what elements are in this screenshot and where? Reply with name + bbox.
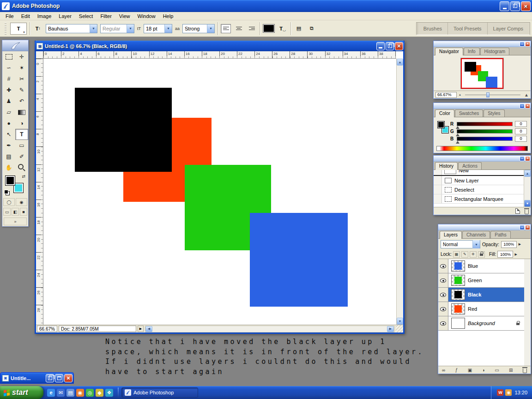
palette-tab[interactable]: Navigator xyxy=(435,48,463,55)
lock-transparency-icon[interactable]: ▦ xyxy=(453,251,460,258)
scroll-down-icon[interactable]: ▼ xyxy=(524,200,531,207)
fill-field[interactable]: 100% xyxy=(497,251,513,258)
history-source-cell[interactable] xyxy=(434,194,442,203)
vertical-scrollbar[interactable]: ▲ ▼ xyxy=(396,59,403,325)
minimize-button[interactable] xyxy=(500,1,509,11)
mini-maximize-button[interactable] xyxy=(55,374,63,382)
doc-minimize-button[interactable] xyxy=(376,42,385,50)
eyedropper-tool[interactable]: ✐ xyxy=(15,151,28,162)
quick-mask-mode-button[interactable]: ◉ xyxy=(16,198,27,206)
adjustment-layer-icon[interactable]: ◑ xyxy=(482,368,485,373)
default-colors-icon[interactable] xyxy=(4,190,10,195)
add-mask-icon[interactable]: ▣ xyxy=(468,368,472,373)
text-orientation-icon[interactable]: T↕ xyxy=(33,24,43,34)
blur-tool[interactable]: ● xyxy=(2,118,15,129)
font-size-select[interactable]: 18 pt ▼ xyxy=(144,24,172,33)
history-scrollbar[interactable]: ▲ ▼ xyxy=(524,170,531,207)
slice-tool[interactable]: ✂ xyxy=(15,73,28,85)
options-grip[interactable] xyxy=(5,23,6,35)
history-source-cell[interactable] xyxy=(434,170,442,175)
layer-row[interactable]: Blue xyxy=(438,259,524,273)
palette-tab[interactable]: Paths xyxy=(490,231,511,238)
menu-item[interactable]: Select xyxy=(75,12,97,20)
resize-grip[interactable] xyxy=(396,325,403,332)
internet-explorer-icon[interactable]: e xyxy=(47,389,55,397)
fill-popup-icon[interactable]: ▶ xyxy=(514,253,517,256)
magic-wand-tool[interactable]: ✶ xyxy=(15,62,28,73)
canvas[interactable] xyxy=(43,59,396,325)
fullscreen-icon[interactable]: ■ xyxy=(20,208,27,216)
mini-restore-button[interactable] xyxy=(46,374,54,382)
zoom-out-icon[interactable]: ▲ xyxy=(459,93,461,96)
opacity-popup-icon[interactable]: ▶ xyxy=(519,242,521,246)
palette-close-icon[interactable]: × xyxy=(525,42,530,47)
rectangular-marquee-tool[interactable] xyxy=(2,51,15,62)
msn-messenger-icon[interactable]: ◎ xyxy=(86,389,94,397)
scroll-right-icon[interactable]: ▶ xyxy=(387,326,394,332)
fullscreen-menubar-icon[interactable]: ◧ xyxy=(12,208,19,216)
layer-thumbnail[interactable] xyxy=(451,318,465,329)
palette-minimize-icon[interactable]: – xyxy=(520,156,525,161)
notes-tool[interactable]: ▤ xyxy=(2,151,15,162)
document-titlebar[interactable]: ▣ Untitled-1 @ 66.7% (Black, RGB/8) × xyxy=(35,41,405,51)
layer-style-icon[interactable]: ƒ xyxy=(455,368,458,373)
healing-brush-tool[interactable]: ✚ xyxy=(2,85,15,96)
link-layers-icon[interactable]: ∞ xyxy=(442,368,445,373)
history-step-row[interactable]: Deselect xyxy=(434,185,524,194)
menu-item[interactable]: View xyxy=(115,12,134,20)
palette-close-icon[interactable]: × xyxy=(525,225,530,230)
brush-tool[interactable]: ✎ xyxy=(15,85,28,96)
volume-tray-icon[interactable]: ◉ xyxy=(505,389,512,396)
edit-in-imageready-button[interactable]: » xyxy=(4,218,27,225)
delete-state-icon[interactable] xyxy=(525,210,529,214)
menu-item[interactable]: Edit xyxy=(18,12,34,20)
layer-row[interactable]: Red xyxy=(438,302,524,316)
dodge-tool[interactable]: ◑ xyxy=(15,118,28,129)
opacity-field[interactable]: 100% xyxy=(501,241,517,248)
dock-tab[interactable]: Brushes xyxy=(417,23,447,35)
layer-thumbnail[interactable] xyxy=(451,303,465,314)
color-channel-ramp[interactable] xyxy=(457,129,513,133)
file-browser-icon[interactable]: ⧉ xyxy=(307,24,317,34)
navigator-zoom-slider[interactable] xyxy=(465,95,520,95)
scroll-up-icon[interactable]: ▲ xyxy=(397,59,403,66)
layer-visibility-toggle[interactable] xyxy=(438,316,448,330)
palette-tab[interactable]: Styles xyxy=(484,109,504,117)
align-center-button[interactable] xyxy=(234,24,244,33)
scroll-left-icon[interactable]: ◀ xyxy=(145,326,152,332)
navigator-thumbnail[interactable] xyxy=(460,58,504,89)
dock-tab[interactable]: Tool Presets xyxy=(447,23,487,35)
blend-mode-select[interactable]: Normal ▼ xyxy=(441,240,480,248)
channel-value-field[interactable]: 0 xyxy=(515,121,527,127)
palette-tab[interactable]: Info xyxy=(464,48,480,55)
layers-titlebar[interactable]: – × xyxy=(438,224,531,230)
lock-position-icon[interactable]: ✛ xyxy=(470,251,477,258)
layer-thumbnail[interactable] xyxy=(451,275,465,286)
doc-restore-button[interactable] xyxy=(386,42,394,50)
layer-visibility-toggle[interactable] xyxy=(438,259,448,273)
history-step-row[interactable]: New Layer xyxy=(434,176,524,185)
palette-tab[interactable]: Actions xyxy=(458,162,482,169)
menu-item[interactable]: Window xyxy=(134,12,159,20)
slider-thumb-icon[interactable] xyxy=(456,133,459,136)
layer-visibility-toggle[interactable] xyxy=(438,273,448,287)
anti-alias-select[interactable]: Strong ▼ xyxy=(182,24,215,33)
swap-colors-icon[interactable]: ⇄ xyxy=(22,174,25,179)
toolbox-header[interactable] xyxy=(2,40,28,51)
new-document-from-state-icon[interactable] xyxy=(515,208,520,214)
history-snapshot-row[interactable]: New xyxy=(434,170,524,176)
taskbar-task-button[interactable]: Adobe Photoshop xyxy=(121,387,198,398)
layer-thumbnail[interactable] xyxy=(451,260,465,272)
start-button[interactable]: start xyxy=(0,386,43,399)
slider-thumb-icon[interactable] xyxy=(456,141,459,144)
align-right-button[interactable] xyxy=(247,24,257,33)
palette-tab[interactable]: Color xyxy=(435,109,454,117)
layer-visibility-toggle[interactable] xyxy=(438,288,448,302)
navigator-titlebar[interactable]: – × xyxy=(434,41,531,47)
menu-item[interactable]: File xyxy=(2,12,18,20)
scroll-up-icon[interactable]: ▲ xyxy=(524,170,531,177)
color-channel-ramp[interactable] xyxy=(457,137,513,141)
align-left-button[interactable] xyxy=(221,24,231,33)
mini-close-button[interactable]: × xyxy=(64,374,73,382)
hand-tool[interactable]: ✋ xyxy=(2,162,15,173)
